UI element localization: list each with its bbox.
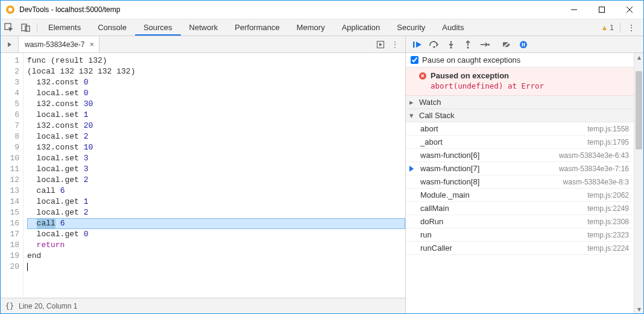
more-file-options-icon[interactable]: ⋮ [388,38,402,51]
callstack-item[interactable]: _aborttemp.js:1795 [406,136,634,149]
code-line[interactable]: local.get 2 [27,175,405,186]
deactivate-breakpoints-button[interactable] [499,38,514,51]
callstack-location: wasm-53834e3e-6:43 [559,151,629,160]
callstack-location: temp.js:2224 [587,244,629,253]
callstack-item[interactable]: runCallertemp.js:2224 [406,242,634,255]
tab-console[interactable]: Console [89,19,135,36]
callstack-item[interactable]: callMaintemp.js:2249 [406,202,634,215]
code-line[interactable]: local.get 3 [27,164,405,175]
tab-performance[interactable]: Performance [226,19,288,36]
callstack-item[interactable]: doRuntemp.js:2308 [406,215,634,228]
code-editor[interactable]: func (result i32)(local i32 i32 i32 i32)… [24,53,405,298]
sources-toolbar: wasm-53834e3e-7 × ⋮ [1,36,643,53]
close-window-button[interactable] [616,1,643,19]
callstack-function: _abort [420,137,587,146]
callstack-section-header[interactable]: ▾ Call Stack [406,109,634,122]
error-icon: ✕ [419,72,426,80]
code-line[interactable]: local.set 2 [27,131,405,142]
code-line[interactable]: local.set 3 [27,153,405,164]
chevron-down-icon: ▾ [409,111,417,120]
svg-rect-13 [522,43,523,46]
code-line[interactable]: func (result i32) [27,55,405,66]
callstack-item[interactable]: Module._maintemp.js:2062 [406,189,634,202]
code-line[interactable]: local.get 0 [27,229,405,240]
paused-title: Paused on exception [431,71,509,80]
code-line[interactable]: i32.const 10 [27,142,405,153]
pretty-print-icon[interactable]: {} [1,302,19,310]
minimize-button[interactable] [560,1,588,19]
device-toolbar-icon[interactable] [17,20,34,36]
callstack-location: temp.js:2308 [587,218,629,226]
svg-point-1 [8,8,11,11]
code-line[interactable] [27,262,405,272]
close-tab-icon[interactable]: × [89,40,94,49]
tab-memory[interactable]: Memory [288,19,333,36]
code-line[interactable]: local.get 1 [27,196,405,207]
callstack-item[interactable]: wasm-function[8]wasm-53834e3e-8:3 [406,175,634,189]
warnings-badge[interactable]: ▲ 1 [597,24,617,32]
callstack-location: wasm-53834e3e-7:16 [559,165,629,173]
callstack-function: doRun [420,217,587,226]
svg-point-10 [467,46,469,48]
panel-tabstrip: ElementsConsoleSourcesNetworkPerformance… [1,19,643,36]
cursor-position: Line 20, Column 1 [19,302,77,310]
svg-point-9 [450,46,452,48]
tab-sources[interactable]: Sources [135,19,181,36]
code-line[interactable]: local.get 2 [27,207,405,218]
code-line[interactable]: call 6 [27,218,405,229]
code-line[interactable]: local.set 0 [27,88,405,99]
tab-audits[interactable]: Audits [434,19,472,36]
paused-banner: ✕ Paused on exception abort(undefined) a… [406,68,634,96]
callstack-item[interactable]: wasm-function[6]wasm-53834e3e-6:43 [406,149,634,162]
line-gutter[interactable]: 1234567891011121314151617181920 [1,53,24,298]
scroll-up-icon[interactable]: ▴ [634,53,643,61]
callstack-item[interactable]: wasm-function[7]wasm-53834e3e-7:16 [406,162,634,175]
warning-count: 1 [610,24,614,32]
tab-application[interactable]: Application [333,19,389,36]
watch-section-header[interactable]: ▸ Watch [406,96,634,109]
callstack-location: temp.js:1558 [587,125,629,133]
code-line[interactable]: call 6 [27,186,405,196]
callstack-item[interactable]: aborttemp.js:1558 [406,122,634,136]
code-line[interactable]: local.set 1 [27,110,405,121]
step-button[interactable] [477,38,493,51]
pause-on-caught-exceptions-checkbox[interactable] [411,56,418,64]
step-into-button[interactable] [443,38,459,51]
callstack-function: runCaller [420,243,587,253]
callstack-location: temp.js:2062 [587,191,629,199]
scroll-down-icon[interactable]: ▾ [634,305,643,313]
more-menu-icon[interactable]: ⋮ [623,20,640,36]
file-tab-name: wasm-53834e3e-7 [25,40,84,49]
step-over-button[interactable] [426,38,442,51]
scrollbar-thumb[interactable] [636,71,642,149]
code-line[interactable]: i32.const 20 [27,121,405,131]
code-line[interactable]: return [27,240,405,251]
tab-security[interactable]: Security [388,19,434,36]
step-out-button[interactable] [460,38,476,51]
inspect-element-icon[interactable] [1,20,17,36]
pause-on-caught-exceptions-row[interactable]: Pause on caught exceptions [406,53,634,68]
tab-network[interactable]: Network [181,19,227,36]
chevron-right-icon: ▸ [409,98,417,107]
show-navigator-icon[interactable] [1,36,19,52]
svg-point-11 [488,43,490,45]
code-line[interactable]: i32.const 0 [27,77,405,88]
callstack-location: temp.js:2249 [587,204,629,213]
code-line[interactable]: end [27,251,405,262]
maximize-button[interactable] [588,1,616,19]
code-line[interactable]: (local i32 i32 i32 i32) [27,66,405,77]
code-line[interactable]: i32.const 30 [27,99,405,110]
svg-point-8 [433,46,435,48]
tab-elements[interactable]: Elements [40,19,89,36]
run-snippet-icon[interactable] [374,38,387,51]
callstack-item[interactable]: runtemp.js:2323 [406,228,634,242]
svg-point-12 [520,41,527,48]
pause-on-exceptions-button[interactable] [516,38,531,51]
file-tab[interactable]: wasm-53834e3e-7 × [19,36,99,52]
resume-button[interactable] [409,38,425,51]
scrollbar[interactable]: ▴ ▾ [634,53,643,313]
callstack-section-label: Call Stack [419,111,455,120]
callstack-function: run [420,230,587,239]
callstack-function: wasm-function[8] [420,177,563,186]
svg-rect-14 [524,43,525,46]
